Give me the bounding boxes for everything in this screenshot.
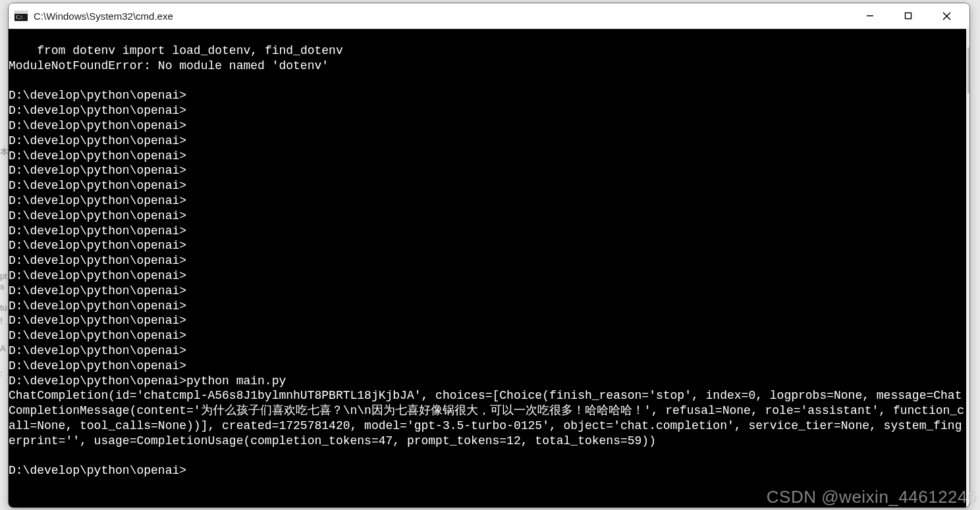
- bg-fragment: A: [0, 344, 6, 353]
- close-button[interactable]: [927, 3, 966, 28]
- svg-text:C:\: C:\: [16, 14, 24, 20]
- bg-fragment: :: [0, 369, 3, 378]
- svg-rect-4: [906, 13, 912, 19]
- bg-fragment: !: [0, 316, 3, 326]
- cmd-window: C:\ C:\Windows\System32\cmd.exe from dot…: [8, 3, 970, 508]
- titlebar[interactable]: C:\ C:\Windows\System32\cmd.exe: [9, 3, 969, 29]
- minimize-button[interactable]: [851, 3, 889, 28]
- bg-fragment: tu: [0, 303, 7, 313]
- terminal-output[interactable]: from dotenv import load_dotenv, find_dot…: [9, 41, 966, 496]
- scrollbar[interactable]: [966, 29, 969, 507]
- bg-fragment: pt: [0, 271, 7, 281]
- window-title: C:\Windows\System32\cmd.exe: [34, 11, 173, 22]
- svg-rect-1: [14, 11, 28, 14]
- bg-fragment: s: [0, 282, 5, 292]
- maximize-button[interactable]: [889, 3, 927, 28]
- window-controls: [851, 3, 966, 28]
- scrollbar-thumb[interactable]: [967, 47, 970, 93]
- cmd-icon: C:\: [14, 10, 28, 22]
